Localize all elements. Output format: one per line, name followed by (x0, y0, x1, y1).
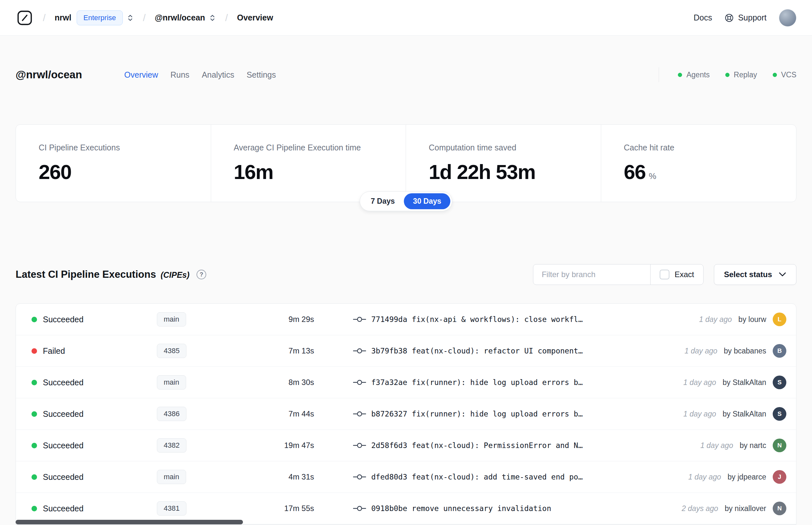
cipe-table-row[interactable]: Succeeded 4382 19m 47s 2d58f6d3 feat(nx-… (16, 430, 796, 461)
status-replay[interactable]: Replay (725, 71, 757, 79)
tab-overview[interactable]: Overview (124, 68, 159, 81)
status-label: Succeeded (43, 504, 83, 513)
branch-badge: main (157, 375, 186, 390)
duration: 8m 30s (238, 378, 314, 387)
duration: 7m 44s (238, 409, 314, 418)
header-divider (659, 67, 659, 82)
git-commit-icon (353, 505, 366, 512)
branch-filter-input[interactable] (533, 265, 650, 285)
cipe-table-row[interactable]: Succeeded main 8m 30s f37a32ae fix(runne… (16, 367, 796, 398)
workspace-name[interactable]: @nrwl/ocean (155, 13, 205, 22)
status-agents-label: Agents (686, 71, 710, 79)
range-7-days-button[interactable]: 7 Days (362, 193, 404, 209)
stat-average-execution-time: Average CI Pipeline Execution time 16m (211, 125, 406, 202)
support-lifebuoy-icon (724, 13, 734, 23)
git-commit-icon (353, 441, 366, 449)
commit-hash: dfed80d3 (371, 473, 407, 481)
horizontal-scrollbar-thumb[interactable] (16, 520, 243, 524)
git-commit-icon (353, 347, 366, 355)
branch-badge: main (157, 312, 186, 327)
stat-value: 1d 22h 53m (429, 160, 578, 183)
breadcrumb-separator: / (43, 12, 45, 24)
breadcrumb-separator: / (225, 12, 228, 24)
status-dot-icon (31, 411, 37, 417)
user-avatar[interactable] (779, 9, 796, 27)
row-timestamp: 1 day ago (700, 441, 733, 450)
enterprise-badge[interactable]: Enterprise (77, 10, 123, 25)
row-author: by StalkAltan (723, 410, 766, 418)
cipe-table: Succeeded main 9m 29s 771499da fix(nx-ap… (16, 303, 796, 525)
stat-label: CI Pipeline Executions (39, 143, 188, 152)
top-navbar: / nrwl Enterprise / @nrwl/ocean / Overvi… (0, 0, 812, 36)
workspace-switcher-icon[interactable] (209, 13, 216, 22)
branch-badge: 4385 (157, 344, 186, 358)
status-vcs[interactable]: VCS (773, 71, 796, 79)
author-avatar: S (773, 407, 786, 421)
duration: 9m 29s (238, 315, 314, 324)
app-logo-icon[interactable] (16, 9, 34, 27)
author-avatar: J (773, 470, 786, 484)
cipe-table-row[interactable]: Succeeded 4386 7m 44s b8726327 fix(runne… (16, 398, 796, 430)
git-commit-icon (353, 378, 366, 386)
cipe-table-row[interactable]: Succeeded main 4m 31s dfed80d3 feat(nx-c… (16, 461, 796, 493)
git-commit-icon (353, 410, 366, 418)
date-range-toggle: 7 Days 30 Days (359, 191, 452, 211)
status-dot-icon (31, 443, 37, 448)
status-dot-icon (31, 317, 37, 322)
status-label: Failed (43, 346, 65, 356)
branch-badge: main (157, 470, 186, 484)
commit-message: fix(runner): hide log upload errors b… (412, 410, 583, 418)
stat-cache-hit-rate: Cache hit rate 66% (601, 125, 796, 202)
commit-hash: 2d58f6d3 (371, 441, 407, 450)
row-author: by jdpearce (727, 473, 766, 481)
duration: 17m 55s (238, 504, 314, 513)
stat-value: 66% (624, 160, 774, 183)
help-icon[interactable]: ? (197, 270, 206, 280)
commit-message: fix(runner): hide log upload errors b… (412, 378, 583, 387)
row-timestamp: 1 day ago (685, 347, 718, 356)
branch-badge: 4381 (157, 501, 186, 515)
docs-link[interactable]: Docs (693, 13, 712, 22)
author-avatar: B (773, 344, 786, 358)
status-dot-icon (31, 506, 37, 511)
status-dot-icon (31, 348, 37, 354)
duration: 7m 13s (238, 346, 314, 356)
tab-settings[interactable]: Settings (246, 68, 276, 81)
commit-hash: 0918b0be (371, 504, 407, 513)
row-author: by lourw (738, 315, 766, 324)
cipe-table-row[interactable]: Failed 4385 7m 13s 3b79fb38 feat(nx-clou… (16, 335, 796, 367)
row-author: by nixallover (725, 504, 766, 513)
commit-hash: b8726327 (371, 410, 407, 418)
stat-label: Cache hit rate (624, 143, 774, 152)
git-commit-icon (353, 315, 366, 323)
status-replay-label: Replay (734, 71, 757, 79)
chevron-down-icon (779, 272, 786, 277)
select-status-button[interactable]: Select status (714, 264, 796, 285)
page-header: @nrwl/ocean Overview Runs Analytics Sett… (0, 68, 812, 82)
status-label: Succeeded (43, 472, 83, 482)
status-label: Succeeded (43, 441, 83, 450)
tab-analytics[interactable]: Analytics (201, 68, 235, 81)
stat-computation-time-saved: Computation time saved 1d 22h 53m (406, 125, 601, 202)
range-30-days-button[interactable]: 30 Days (404, 193, 450, 209)
green-status-dot-icon (725, 73, 730, 77)
stat-value-unit: % (649, 171, 656, 181)
git-commit-icon (353, 473, 366, 481)
cipes-section-suffix: (CIPEs) (160, 270, 189, 280)
org-switcher-icon[interactable] (127, 13, 134, 22)
status-agents[interactable]: Agents (678, 71, 710, 79)
stat-value-number: 66 (624, 161, 646, 183)
branch-filter-group: Exact (533, 264, 704, 285)
org-name[interactable]: nrwl (55, 13, 71, 22)
stat-label: Average CI Pipeline Execution time (234, 143, 383, 152)
cipes-section-title: Latest CI Pipeline Executions (16, 269, 156, 280)
breadcrumb-current-page: Overview (237, 13, 273, 22)
exact-checkbox[interactable] (660, 270, 670, 280)
stats-card-row: CI Pipeline Executions 260 Average CI Pi… (16, 124, 796, 202)
page-title: @nrwl/ocean (16, 69, 82, 81)
breadcrumb-separator: / (143, 12, 145, 24)
status-dot-icon (31, 474, 37, 480)
cipe-table-row[interactable]: Succeeded main 9m 29s 771499da fix(nx-ap… (16, 304, 796, 335)
support-link[interactable]: Support (724, 13, 767, 23)
tab-runs[interactable]: Runs (170, 68, 190, 81)
